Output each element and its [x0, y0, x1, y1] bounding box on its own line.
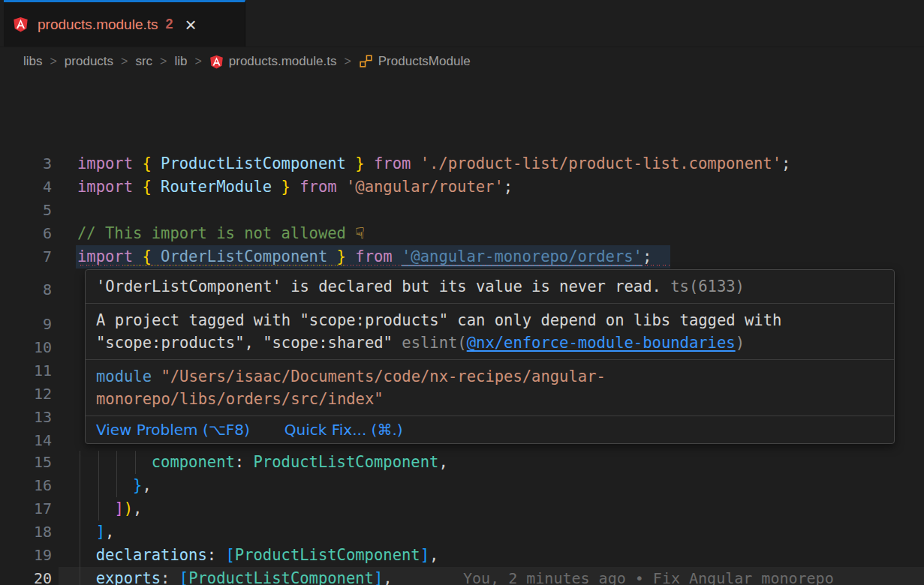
code-token: ] [374, 569, 383, 585]
hover-messages: 'OrderListComponent' is declared but its… [86, 270, 894, 416]
hover-message-line: module "/Users/isaac/Documents/code/nx-r… [96, 365, 883, 388]
hover-message-line: "scope:products", "scope:shared" eslint(… [96, 332, 883, 354]
line-number: 11 [0, 359, 52, 382]
breadcrumb-item-libs[interactable]: libs [23, 54, 43, 69]
code-token: ProductListComponent [235, 546, 420, 564]
code-token: ProductListComponent [188, 569, 374, 585]
code-token: // This import is not allowed [77, 224, 355, 242]
tab-title: products.module.ts [38, 16, 158, 33]
code-token: ProductListComponent [254, 453, 439, 471]
code-token [133, 178, 142, 196]
tab-products-module[interactable]: products.module.ts 2 × [4, 0, 245, 46]
breadcrumb-label: lib [174, 54, 187, 69]
git-blame-annotation: You, 2 minutes ago • Fix Angular monorep… [463, 567, 834, 585]
tab-bar: products.module.ts 2 × [0, 0, 924, 47]
code-token: ; [504, 178, 513, 196]
code-token [152, 248, 161, 266]
code-token: import [77, 178, 133, 196]
code-token [133, 248, 142, 266]
hover-text: monorepo/libs/orders/src/index" [96, 390, 384, 408]
code-token: [ [179, 569, 188, 585]
line-number: 7 [0, 245, 52, 268]
code-token: ] [114, 500, 123, 518]
code-line-16[interactable]: }, [77, 474, 152, 497]
hover-text: ts(6133) [661, 278, 745, 296]
breadcrumb-item-products[interactable]: products [65, 54, 113, 69]
code-token [393, 248, 402, 266]
code-token: } [337, 248, 346, 266]
hover-text: module [96, 368, 161, 386]
hover-text: 'OrderListComponent' is declared but its… [96, 278, 661, 296]
hover-message-line: A project tagged with "scope:products" c… [96, 309, 883, 332]
code-token: } [133, 476, 142, 494]
angular-icon [13, 16, 29, 32]
code-token: ; [643, 248, 652, 266]
tab-problems-badge: 2 [166, 16, 173, 32]
code-token [77, 453, 152, 471]
hover-popup: 'OrderListComponent' is declared but its… [85, 269, 895, 444]
line-number: 3 [0, 152, 52, 176]
code-token [77, 476, 133, 494]
code-line-15[interactable]: component: ProductListComponent, [77, 451, 448, 474]
code-token: from [299, 178, 336, 196]
hover-text: eslint( [402, 334, 466, 352]
breadcrumb-item-productsmodule[interactable]: ProductsModule [359, 54, 471, 69]
line-number: 13 [0, 406, 52, 429]
code-token [133, 154, 142, 172]
code-token: exports [96, 569, 161, 585]
breadcrumb-item-lib[interactable]: lib [174, 54, 187, 69]
code-line-17[interactable]: ]), [77, 497, 142, 520]
breadcrumb-label: src [135, 54, 152, 69]
code-token: from [374, 154, 411, 172]
hover-text: A project tagged with "scope:products" c… [96, 311, 781, 329]
breadcrumb-separator-icon: > [160, 55, 167, 68]
hover-text: "/Users/isaac/Documents/code/nx-recipes/… [161, 368, 605, 386]
code-editor[interactable]: 34567891011121314151617181920212223 impo… [0, 75, 924, 585]
code-line-18[interactable]: ], [77, 520, 114, 544]
code-token [346, 154, 355, 172]
code-line-19[interactable]: declarations: [ProductListComponent], [77, 544, 438, 567]
hover-message-line: 'OrderListComponent' is declared but its… [96, 275, 883, 298]
vscode-window: products.module.ts 2 × libs>products>src… [0, 0, 924, 585]
view-problem-link[interactable]: View Problem (⌥F8) [96, 421, 250, 439]
breadcrumb-item-products-module-ts[interactable]: products.module.ts [209, 54, 337, 69]
code-token: : [161, 569, 179, 585]
breadcrumb-separator-icon: > [344, 55, 351, 68]
code-line-4[interactable]: import { RouterModule } from '@angular/r… [77, 176, 513, 199]
breadcrumb-label: libs [23, 54, 43, 69]
close-icon[interactable]: × [185, 15, 197, 34]
code-line-6[interactable]: // This import is not allowed ☟ [77, 222, 365, 245]
code-token: , [438, 453, 447, 471]
hover-message-line: monorepo/libs/orders/src/index" [96, 388, 883, 410]
code-token: , [383, 569, 392, 585]
quick-fix-link[interactable]: Quick Fix... (⌘.) [284, 421, 403, 439]
code-token: , [105, 523, 114, 541]
code-line-20[interactable]: exports: [ProductListComponent], [77, 567, 393, 585]
line-number: 6 [0, 222, 52, 245]
breadcrumb-separator-icon: > [50, 55, 57, 68]
code-token: } [281, 178, 290, 196]
hover-section: module "/Users/isaac/Documents/code/nx-r… [86, 360, 894, 416]
code-token [152, 154, 161, 172]
line-number: 20 [0, 567, 52, 585]
code-token: ) [124, 500, 133, 518]
code-line-3[interactable]: import { ProductListComponent } from './… [77, 152, 790, 176]
breadcrumb-item-src[interactable]: src [135, 54, 152, 69]
line-number: 18 [0, 520, 52, 544]
breadcrumb-separator-icon: > [194, 55, 201, 68]
code-token: { [142, 248, 151, 266]
code-token: import [77, 248, 133, 266]
code-token [290, 178, 299, 196]
line-number: 19 [0, 544, 52, 567]
hover-status-bar: View Problem (⌥F8)Quick Fix... (⌘.) [86, 416, 894, 443]
hover-text: "scope:products", "scope:shared" [96, 334, 402, 352]
code-token: , [142, 476, 151, 494]
breadcrumb: libs>products>src>lib> products.module.t… [0, 47, 924, 75]
code-token: '@angular/router' [346, 178, 504, 196]
eslint-rule-link[interactable]: @nx/enforce-module-boundaries [467, 334, 736, 352]
code-token: ] [96, 523, 105, 541]
class-icon [359, 54, 373, 68]
hover-section: A project tagged with "scope:products" c… [86, 304, 894, 360]
code-token: , [133, 500, 142, 518]
line-number: 15 [0, 451, 52, 474]
